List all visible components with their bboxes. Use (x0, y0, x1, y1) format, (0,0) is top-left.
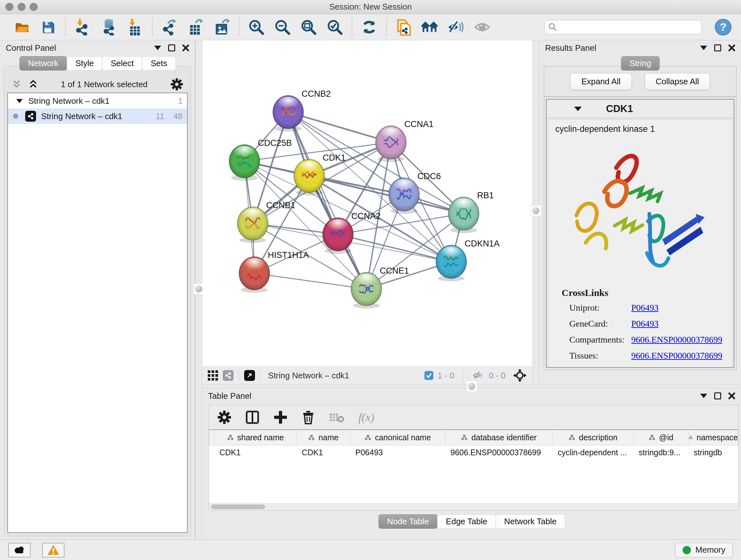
panel-maximize-icon[interactable] (714, 44, 721, 51)
crosshair-icon[interactable] (513, 368, 527, 383)
table-row[interactable]: CDK1CDK1P064939606.ENSP00000378699cyclin… (209, 445, 738, 460)
horizontal-splitter[interactable] (202, 384, 741, 388)
crosslink-link[interactable]: P06493 (631, 319, 659, 329)
right-splitter[interactable] (532, 40, 539, 384)
table-cell[interactable]: P06493 (350, 445, 446, 460)
collapse-all-button[interactable]: Collapse All (645, 73, 711, 90)
memory-button[interactable]: Memory (675, 543, 733, 557)
first-neighbors-button[interactable] (421, 18, 439, 37)
network-edge[interactable] (254, 273, 366, 289)
hidden-eye-icon[interactable] (472, 370, 485, 381)
birds-eye-grid-icon[interactable] (207, 370, 218, 381)
save-session-button[interactable] (39, 18, 57, 37)
crosslink-link[interactable]: P06493 (631, 303, 659, 313)
refresh-view-button[interactable] (360, 18, 379, 37)
crosslink-link[interactable]: P06493 (631, 367, 659, 368)
open-session-button[interactable] (13, 18, 31, 37)
panel-float-icon[interactable] (700, 46, 707, 50)
network-collection-row[interactable]: String Network – cdk1 1 (8, 93, 187, 109)
column-header-shared-name[interactable]: shared name (214, 430, 297, 445)
panel-maximize-icon[interactable] (168, 44, 175, 51)
add-column-icon[interactable] (273, 410, 287, 424)
export-network-button[interactable] (160, 18, 179, 37)
table-cell[interactable]: stringdb (689, 445, 738, 460)
table-cell[interactable]: CDK1 (297, 445, 350, 460)
tab-style[interactable]: Style (67, 56, 103, 71)
help-button[interactable]: ? (715, 19, 731, 36)
cloud-status-button[interactable] (8, 543, 30, 557)
expand-all-button[interactable]: Expand All (570, 73, 632, 90)
hide-selected-button[interactable] (447, 18, 465, 37)
network-node-CDC25B[interactable] (229, 145, 260, 181)
column-header--id[interactable]: @id (634, 430, 689, 445)
import-network-file-button[interactable] (73, 18, 92, 37)
network-type-icon[interactable] (223, 370, 233, 381)
table-horizontal-scrollbar[interactable] (209, 503, 738, 510)
panel-close-icon[interactable] (728, 44, 735, 51)
network-canvas[interactable]: CCNB2CCNA1CDC25BCDK1CDC6RB1CCNB1CCNA2CDK… (202, 40, 532, 367)
column-header-name[interactable]: name (297, 430, 350, 445)
show-columns-icon[interactable] (246, 410, 259, 424)
zoom-out-button[interactable] (273, 18, 292, 37)
tab-sets[interactable]: Sets (142, 56, 176, 71)
delete-column-icon[interactable] (301, 410, 315, 424)
network-edge[interactable] (288, 112, 366, 289)
network-graph[interactable]: CCNB2CCNA1CDC25BCDK1CDC6RB1CCNB1CCNA2CDK… (202, 40, 532, 367)
warnings-button[interactable] (42, 543, 64, 557)
collapse-all-icon[interactable] (12, 79, 21, 89)
panel-close-icon[interactable] (182, 44, 189, 51)
network-edge[interactable] (338, 234, 451, 262)
table-cell[interactable]: cyclin-dependent ... (553, 445, 634, 460)
crosslink-link[interactable]: 9606.ENSP00000378699 (631, 351, 722, 361)
expand-all-icon[interactable] (28, 79, 38, 89)
tab-edge-table[interactable]: Edge Table (437, 514, 496, 529)
detach-view-button[interactable] (244, 370, 255, 381)
splitter-collapse-handle[interactable] (530, 205, 541, 216)
tab-select[interactable]: Select (102, 56, 142, 71)
export-table-button[interactable] (186, 18, 205, 37)
zoom-fit-button[interactable] (299, 18, 318, 37)
network-node-CCNA1[interactable] (376, 126, 406, 162)
tree-expand-icon[interactable] (16, 99, 23, 103)
table-cell[interactable]: stringdb:9... (634, 445, 689, 460)
tab-network[interactable]: Network (19, 56, 67, 71)
scrollbar-thumb[interactable] (211, 504, 265, 509)
column-header-namespace[interactable]: namespace (689, 430, 738, 445)
tab-network-table[interactable]: Network Table (495, 514, 565, 529)
crosslink-link[interactable]: 9606.ENSP00000378699 (631, 334, 722, 345)
network-row-selected[interactable]: String Network – cdk1 11 48 (8, 109, 187, 124)
column-header-canonical-name[interactable]: canonical name (350, 430, 446, 445)
panel-float-icon[interactable] (154, 46, 161, 50)
network-node-HIST1H1A[interactable] (239, 257, 270, 293)
selected-checkbox-icon[interactable] (424, 371, 434, 380)
zoom-in-button[interactable] (247, 18, 266, 37)
collapse-card-icon[interactable] (574, 107, 582, 111)
protein-card-header[interactable]: CDK1 (547, 100, 734, 118)
network-node-CDKN1A[interactable] (436, 245, 467, 281)
show-all-button-disabled[interactable] (473, 18, 491, 37)
panel-maximize-icon[interactable] (714, 392, 721, 399)
network-node-CCNB2[interactable] (273, 96, 304, 132)
network-node-CCNB1[interactable] (238, 207, 268, 243)
table-cell[interactable]: 9606.ENSP00000378699 (446, 445, 553, 460)
zoom-selected-button[interactable] (326, 18, 344, 37)
splitter-collapse-handle[interactable] (466, 381, 477, 392)
panel-float-icon[interactable] (700, 394, 707, 398)
tab-node-table[interactable]: Node Table (379, 514, 437, 529)
panel-close-icon[interactable] (728, 392, 735, 399)
search-input[interactable] (557, 21, 698, 33)
tab-string[interactable]: String (621, 56, 660, 71)
left-splitter[interactable] (195, 40, 202, 540)
network-node-RB1[interactable] (448, 197, 479, 233)
import-table-button[interactable] (126, 18, 144, 37)
network-node-CCNE1[interactable] (351, 272, 382, 308)
column-header-database-identifier[interactable]: database identifier (446, 430, 553, 445)
column-header-description[interactable]: description (553, 430, 634, 445)
export-image-button[interactable] (212, 18, 231, 37)
import-network-database-button[interactable] (99, 18, 118, 37)
table-cell[interactable]: CDK1 (214, 445, 297, 460)
table-gear-icon[interactable] (217, 410, 231, 424)
network-edge[interactable] (288, 112, 391, 142)
clone-network-button[interactable] (394, 18, 413, 37)
gear-icon[interactable] (171, 78, 183, 91)
